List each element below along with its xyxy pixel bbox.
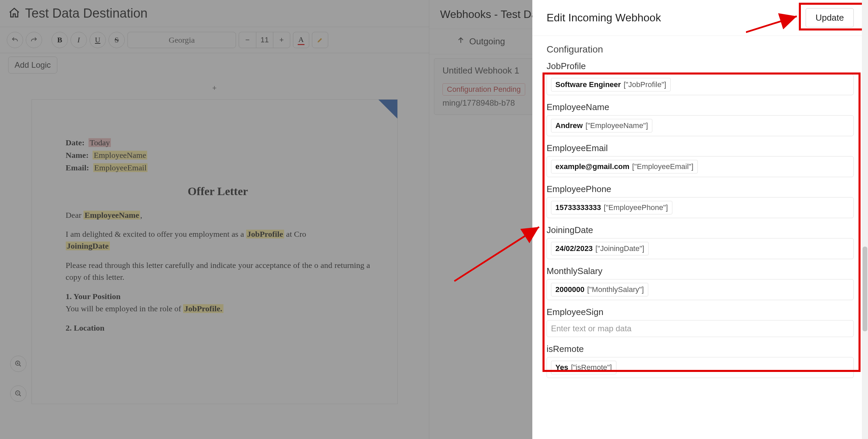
mapped-chip[interactable]: Software Engineer["JobProfile"] bbox=[551, 78, 671, 91]
chip-value: example@gmail.com bbox=[555, 162, 629, 171]
config-field-joiningdate: JoiningDate24/02/2023["JoiningDate"] bbox=[547, 225, 854, 259]
placeholder-text: Enter text or map data bbox=[551, 324, 631, 333]
config-field-employeesign: EmployeeSignEnter text or map data bbox=[547, 307, 854, 337]
date-value: Today bbox=[88, 138, 111, 147]
bold-button[interactable]: B bbox=[52, 32, 68, 48]
field-input[interactable]: 24/02/2023["JoiningDate"] bbox=[547, 238, 854, 259]
decrease-size-button[interactable]: − bbox=[239, 32, 256, 48]
tab-outgoing[interactable]: Outgoing bbox=[469, 36, 505, 47]
add-logic-button[interactable]: Add Logic bbox=[8, 57, 57, 74]
update-button[interactable]: Update bbox=[806, 8, 854, 27]
page-title: Test Data Destination bbox=[25, 6, 147, 21]
field-input[interactable]: 2000000["MonthlySalary"] bbox=[547, 279, 854, 300]
document-page[interactable]: Date: Today Name: EmployeeName Email: Em… bbox=[32, 99, 398, 404]
name-value: EmployeeName bbox=[93, 151, 147, 160]
field-input[interactable]: Yes["isRemote"] bbox=[547, 357, 854, 378]
p2-text: Please read through this letter carefull… bbox=[66, 259, 370, 283]
config-field-employeephone: EmployeePhone15733333333["EmployeePhone"… bbox=[547, 184, 854, 218]
config-field-monthlysalary: MonthlySalary2000000["MonthlySalary"] bbox=[547, 266, 854, 300]
mapped-chip[interactable]: Andrew["EmployeeName"] bbox=[551, 119, 652, 132]
email-label: Email: bbox=[66, 163, 89, 172]
underline-button[interactable]: U bbox=[90, 32, 106, 48]
mapped-chip[interactable]: example@gmail.com["EmployeeEmail"] bbox=[551, 160, 698, 173]
field-label: EmployeePhone bbox=[547, 184, 854, 194]
config-field-employeeemail: EmployeeEmailexample@gmail.com["Employee… bbox=[547, 143, 854, 177]
webhooks-panel: Webhooks - Test Da Outgoing Untitled Web… bbox=[429, 0, 532, 439]
chip-value: 2000000 bbox=[555, 285, 585, 294]
chip-key: ["EmployeeEmail"] bbox=[632, 162, 693, 171]
zoom-in-button[interactable] bbox=[10, 356, 26, 372]
mapped-chip[interactable]: 2000000["MonthlySalary"] bbox=[551, 283, 648, 296]
field-input[interactable]: Andrew["EmployeeName"] bbox=[547, 115, 854, 136]
field-label: JoiningDate bbox=[547, 225, 854, 235]
field-input[interactable]: Software Engineer["JobProfile"] bbox=[547, 74, 854, 95]
edit-webhook-panel: Edit Incoming Webhook Update Configurati… bbox=[532, 0, 868, 439]
highlight-color-button[interactable] bbox=[312, 32, 328, 48]
mapped-chip[interactable]: 24/02/2023["JoiningDate"] bbox=[551, 242, 649, 255]
chip-value: Software Engineer bbox=[555, 80, 621, 89]
greeting-name: EmployeeName bbox=[83, 211, 140, 220]
section2-heading: 2. Location bbox=[66, 323, 105, 332]
webhooks-panel-title: Webhooks - Test Da bbox=[429, 0, 532, 29]
chip-value: Yes bbox=[555, 363, 568, 372]
chip-value: 15733333333 bbox=[555, 203, 601, 212]
name-label: Name: bbox=[66, 151, 89, 160]
zoom-out-button[interactable] bbox=[10, 385, 26, 402]
configuration-heading: Configuration bbox=[547, 44, 854, 55]
config-field-isremote: isRemoteYes["isRemote"] bbox=[547, 344, 854, 378]
undo-button[interactable] bbox=[7, 32, 23, 48]
field-label: EmployeeEmail bbox=[547, 143, 854, 153]
field-label: MonthlySalary bbox=[547, 266, 854, 276]
field-label: EmployeeName bbox=[547, 102, 854, 112]
chip-key: ["JobProfile"] bbox=[624, 80, 666, 89]
edit-webhook-title: Edit Incoming Webhook bbox=[547, 12, 661, 24]
field-label: EmployeeSign bbox=[547, 307, 854, 317]
chip-value: 24/02/2023 bbox=[555, 244, 593, 253]
font-size-value: 11 bbox=[256, 32, 273, 48]
redo-button[interactable] bbox=[26, 32, 42, 48]
chip-key: ["EmployeePhone"] bbox=[604, 203, 668, 212]
increase-size-button[interactable]: + bbox=[273, 32, 290, 48]
font-family-select[interactable]: Georgia bbox=[127, 32, 236, 48]
home-icon[interactable] bbox=[8, 7, 20, 20]
field-label: isRemote bbox=[547, 344, 854, 354]
scrollbar-thumb[interactable] bbox=[863, 247, 867, 331]
corner-triangle-icon bbox=[378, 100, 397, 119]
p3-jobprofile: JobProfile. bbox=[183, 304, 223, 313]
chip-key: ["JoiningDate"] bbox=[595, 244, 644, 253]
strike-button[interactable]: S bbox=[108, 32, 125, 48]
webhook-card-title: Untitled Webhook 1 bbox=[442, 65, 544, 76]
editor-area: Test Data Destination B I U S Georgia − … bbox=[0, 0, 429, 439]
chip-key: ["MonthlySalary"] bbox=[587, 285, 644, 294]
section1-heading: 1. Your Position bbox=[66, 292, 121, 301]
p3-text-a: You will be employed in the role of bbox=[66, 304, 183, 313]
email-value: EmployeeEmail bbox=[93, 163, 148, 172]
p1-joiningdate: JoiningDate bbox=[66, 242, 110, 250]
webhook-tabs: Outgoing bbox=[429, 29, 532, 54]
top-header: Test Data Destination bbox=[0, 0, 429, 27]
config-field-jobprofile: JobProfileSoftware Engineer["JobProfile"… bbox=[547, 61, 854, 95]
field-input[interactable]: 15733333333["EmployeePhone"] bbox=[547, 197, 854, 218]
p1-jobprofile: JobProfile bbox=[246, 230, 284, 238]
webhook-url-fragment: ming/1778948b-b78 bbox=[442, 98, 544, 108]
date-label: Date: bbox=[66, 138, 85, 147]
add-block-button[interactable]: + bbox=[0, 77, 429, 99]
p1-text-b: at Cro bbox=[284, 230, 306, 238]
text-color-button[interactable]: A bbox=[293, 32, 309, 48]
document-title: Offer Letter bbox=[66, 183, 370, 200]
config-field-employeename: EmployeeNameAndrew["EmployeeName"] bbox=[547, 102, 854, 136]
mapped-chip[interactable]: Yes["isRemote"] bbox=[551, 361, 616, 374]
editor-toolbar: B I U S Georgia − 11 + A bbox=[0, 27, 429, 53]
chip-key: ["EmployeeName"] bbox=[586, 121, 648, 130]
field-label: JobProfile bbox=[547, 61, 854, 71]
field-input[interactable]: Enter text or map data bbox=[547, 320, 854, 337]
chip-key: ["isRemote"] bbox=[571, 363, 612, 372]
greeting-prefix: Dear bbox=[66, 211, 84, 220]
scrollbar[interactable] bbox=[862, 0, 868, 439]
chip-value: Andrew bbox=[555, 121, 583, 130]
field-input[interactable]: example@gmail.com["EmployeeEmail"] bbox=[547, 156, 854, 177]
italic-button[interactable]: I bbox=[71, 32, 87, 48]
outgoing-arrow-icon bbox=[456, 36, 465, 47]
mapped-chip[interactable]: 15733333333["EmployeePhone"] bbox=[551, 201, 672, 214]
font-size-stepper[interactable]: − 11 + bbox=[239, 32, 290, 48]
